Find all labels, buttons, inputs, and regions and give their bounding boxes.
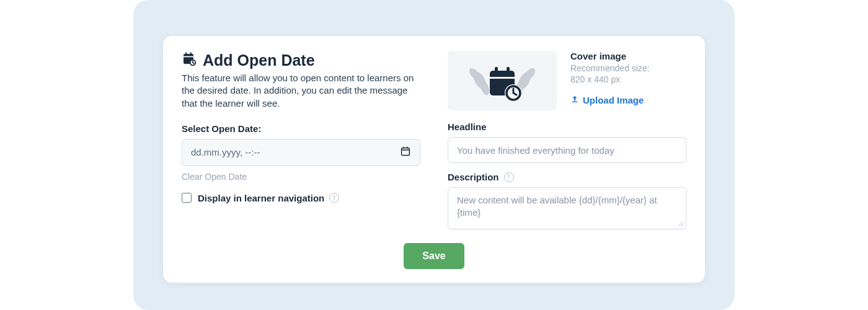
headline-input[interactable]: You have finished everything for today <box>448 137 686 163</box>
cover-hint-line1: Recommended size: <box>570 63 650 73</box>
cover-image-preview <box>448 51 557 110</box>
display-nav-checkbox[interactable] <box>182 193 192 203</box>
svg-rect-10 <box>402 149 410 151</box>
open-date-modal: Add Open Date This feature will allow yo… <box>163 36 705 283</box>
description-label-text: Description <box>448 172 499 182</box>
upload-image-label: Upload Image <box>583 95 644 105</box>
description-label: Description ! <box>448 172 686 182</box>
cover-image-meta: Cover image Recommended size: 820 x 440 … <box>570 51 650 106</box>
page-background: Add Open Date This feature will allow yo… <box>133 0 735 310</box>
right-column: Cover image Recommended size: 820 x 440 … <box>448 51 686 229</box>
save-button[interactable]: Save <box>404 243 464 269</box>
svg-rect-8 <box>403 147 404 149</box>
svg-rect-20 <box>507 67 510 73</box>
cover-hint-line2: 820 x 440 px <box>570 74 620 84</box>
upload-icon <box>570 95 579 105</box>
display-nav-label: Display in learner navigation ! <box>198 193 339 203</box>
svg-rect-4 <box>184 56 193 58</box>
headline-placeholder: You have finished everything for today <box>457 145 614 156</box>
calendar-clock-icon <box>182 51 197 69</box>
modal-subtitle: This feature will allow you to open cont… <box>182 72 420 110</box>
info-icon[interactable]: ! <box>504 172 514 182</box>
display-nav-label-text: Display in learner navigation <box>198 193 324 203</box>
headline-label: Headline <box>448 122 686 132</box>
cover-image-title: Cover image <box>570 51 650 61</box>
modal-title: Add Open Date <box>203 51 315 69</box>
description-placeholder: New content will be available {dd}/{mm}/… <box>457 195 657 218</box>
left-column: Add Open Date This feature will allow yo… <box>182 51 420 203</box>
description-textarea[interactable]: New content will be available {dd}/{mm}/… <box>448 187 686 229</box>
svg-rect-23 <box>572 102 577 102</box>
svg-rect-19 <box>495 67 498 73</box>
svg-rect-2 <box>185 53 187 55</box>
calendar-icon <box>400 146 411 159</box>
upload-image-button[interactable]: Upload Image <box>570 95 644 105</box>
open-date-label: Select Open Date: <box>182 123 420 134</box>
svg-rect-7 <box>402 148 410 156</box>
info-icon[interactable]: ! <box>329 193 339 203</box>
svg-rect-9 <box>407 147 408 149</box>
open-date-input[interactable]: dd.mm.yyyy, --:-- <box>182 139 420 166</box>
resize-handle-icon <box>678 221 684 227</box>
cover-image-hint: Recommended size: 820 x 440 px <box>570 63 650 85</box>
open-date-placeholder: dd.mm.yyyy, --:-- <box>191 147 260 157</box>
svg-rect-3 <box>190 53 192 55</box>
svg-rect-18 <box>490 77 515 79</box>
clear-open-date-link[interactable]: Clear Open Date <box>182 172 247 182</box>
title-row: Add Open Date <box>182 51 420 69</box>
